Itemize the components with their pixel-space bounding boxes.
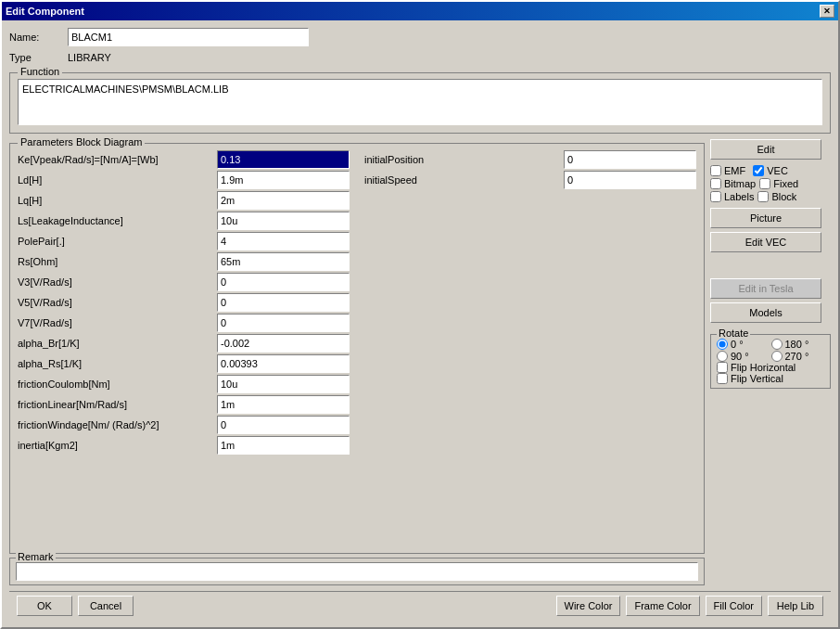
labels-label: Labels [724, 191, 754, 202]
flip-v-checkbox[interactable] [717, 373, 728, 384]
param-row-4: PolePair[.] [18, 231, 350, 251]
block-label: Block [771, 191, 796, 202]
remark-label: Remark [16, 551, 56, 562]
rotate-270-label: 270 ° [785, 351, 809, 362]
param-name-13: frictionWindage[Nm/ (Rad/s)^2] [18, 419, 217, 430]
name-label: Name: [9, 32, 60, 43]
rotate-180-label: 180 ° [785, 339, 809, 350]
vec-checkbox[interactable] [753, 165, 764, 176]
param-row-7: V5[V/Rad/s] [18, 292, 350, 313]
bitmap-checkbox[interactable] [710, 178, 721, 189]
param-value-14[interactable] [217, 436, 350, 455]
picture-button[interactable]: Picture [710, 208, 821, 228]
params-group: Parameters Block Diagram Ke[Vpeak/Rad/s]… [9, 143, 705, 554]
edit-vec-button[interactable]: Edit VEC [710, 232, 821, 252]
param-name-4: PolePair[.] [18, 236, 217, 247]
name-input[interactable] [68, 28, 309, 46]
param-name-9: alpha_Br[1/K] [18, 338, 217, 349]
emf-checkbox-row: EMF [710, 165, 745, 176]
params-columns: Ke[Vpeak/Rad/s]=[Nm/A]=[Wb] Ld[H] Lq[H] [18, 149, 696, 456]
rotate-180-radio[interactable] [771, 339, 783, 350]
right-params-col: initialPosition initialSpeed [364, 149, 696, 456]
ok-button[interactable]: OK [17, 596, 72, 616]
param-row-11: frictionCoulomb[Nm] [18, 374, 350, 394]
param-value-5[interactable] [217, 252, 350, 271]
param-value-11[interactable] [217, 375, 350, 393]
param-name-2: Lq[H] [18, 195, 217, 206]
rotate-270-radio[interactable] [771, 351, 783, 362]
close-button[interactable]: ✕ [820, 5, 834, 18]
right-param-row-0: initialPosition [364, 149, 696, 170]
cancel-button[interactable]: Cancel [78, 596, 134, 616]
rotate-90-row: 90 ° [717, 351, 770, 362]
function-label: Function [18, 66, 62, 77]
param-value-1[interactable] [217, 171, 350, 189]
flip-h-checkbox[interactable] [717, 362, 728, 373]
checkboxes-group: EMF VEC Bitmap [710, 163, 831, 204]
models-button[interactable]: Models [710, 302, 821, 323]
param-value-13[interactable] [217, 416, 350, 434]
help-lib-button[interactable]: Help Lib [768, 596, 823, 616]
param-name-12: frictionLinear[Nm/Rad/s] [18, 399, 217, 410]
wire-color-button[interactable]: Wire Color [556, 596, 621, 616]
rotate-180-row: 180 ° [771, 339, 825, 350]
param-value-10[interactable] [217, 354, 350, 373]
labels-checkbox-row: Labels [710, 191, 754, 202]
param-name-5: Rs[Ohm] [18, 256, 217, 267]
block-checkbox[interactable] [757, 191, 769, 202]
fixed-checkbox-row: Fixed [759, 178, 798, 189]
labels-checkbox[interactable] [710, 191, 721, 202]
rotate-label: Rotate [717, 327, 750, 339]
flip-v-label: Flip Vertical [731, 373, 783, 384]
remark-input[interactable] [16, 562, 698, 581]
window-content: Name: Type LIBRARY Function ELECTRICALMA… [2, 20, 838, 627]
right-param-row-1: initialSpeed [364, 170, 696, 190]
bottom-bar: OK Cancel Wire Color Frame Color Fill Co… [9, 591, 831, 620]
param-row-9: alpha_Br[1/K] [18, 333, 350, 353]
flip-v-row: Flip Vertical [717, 373, 824, 384]
param-value-2[interactable] [217, 191, 350, 210]
right-param-name-0: initialPosition [364, 154, 564, 165]
type-label: Type [9, 52, 60, 63]
edit-tesla-button[interactable]: Edit in Tesla [710, 278, 821, 299]
param-value-8[interactable] [217, 314, 350, 332]
type-value: LIBRARY [68, 52, 111, 63]
param-value-4[interactable] [217, 232, 350, 250]
param-value-9[interactable] [217, 334, 350, 353]
title-bar-buttons: ✕ [820, 5, 834, 18]
right-param-value-1[interactable] [564, 171, 696, 189]
frame-color-button[interactable]: Frame Color [626, 596, 699, 616]
emf-label: EMF [724, 165, 745, 176]
rotate-grid: 0 ° 180 ° 90 ° 270 ° [717, 339, 824, 362]
right-param-name-1: initialSpeed [364, 174, 564, 186]
param-row-13: frictionWindage[Nm/ (Rad/s)^2] [18, 415, 350, 435]
rotate-0-row: 0 ° [717, 339, 770, 350]
fixed-checkbox[interactable] [759, 178, 770, 189]
fill-color-button[interactable]: Fill Color [706, 596, 762, 616]
param-name-1: Ld[H] [18, 174, 217, 186]
spacer [710, 256, 831, 275]
rotate-90-radio[interactable] [717, 351, 728, 362]
block-checkbox-row: Block [757, 191, 796, 202]
param-value-3[interactable] [217, 212, 350, 230]
right-param-value-0[interactable] [564, 150, 696, 169]
emf-checkbox[interactable] [710, 165, 721, 176]
param-row-2: Lq[H] [18, 190, 350, 211]
param-value-7[interactable] [217, 293, 350, 312]
bitmap-label: Bitmap [724, 178, 756, 189]
param-value-0[interactable] [217, 150, 350, 169]
param-value-12[interactable] [217, 395, 350, 414]
param-value-6[interactable] [217, 273, 350, 291]
param-row-8: V7[V/Rad/s] [18, 313, 350, 333]
edit-button[interactable]: Edit [710, 139, 821, 160]
flip-h-label: Flip Horizontal [731, 362, 795, 373]
rotate-0-radio[interactable] [717, 339, 728, 350]
right-sidebar: Edit EMF VEC [710, 139, 831, 585]
param-name-10: alpha_Rs[1/K] [18, 358, 217, 369]
param-row-12: frictionLinear[Nm/Rad/s] [18, 394, 350, 415]
window-title: Edit Component [6, 6, 84, 17]
rotate-270-row: 270 ° [771, 351, 825, 362]
left-main: Parameters Block Diagram Ke[Vpeak/Rad/s]… [9, 139, 705, 585]
title-bar: Edit Component ✕ [2, 2, 838, 20]
function-value: ELECTRICALMACHINES\PMSM\BLACM.LIB [18, 79, 822, 125]
